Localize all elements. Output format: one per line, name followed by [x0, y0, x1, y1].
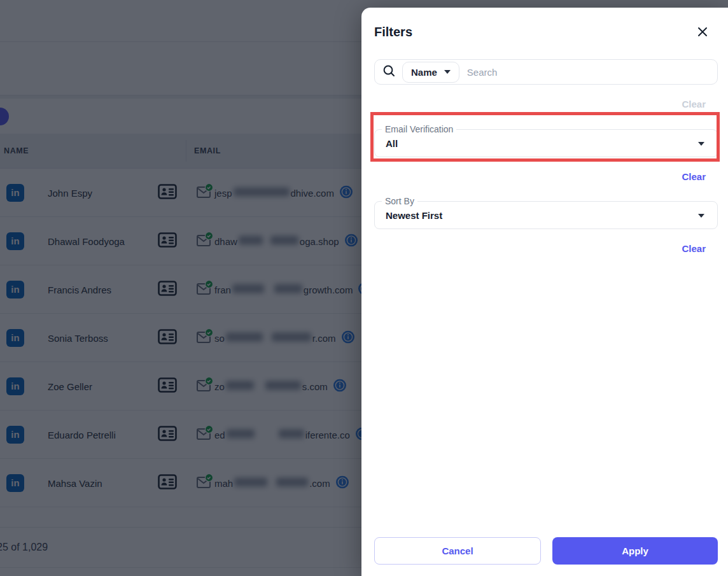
sort-by-section: Sort By Newest First	[374, 201, 718, 229]
chevron-down-icon	[698, 142, 704, 146]
chevron-down-icon	[444, 70, 451, 74]
search-input[interactable]	[467, 67, 711, 78]
search-bar: Name	[374, 59, 718, 85]
apply-button[interactable]: Apply	[552, 537, 718, 565]
cancel-button[interactable]: Cancel	[374, 537, 541, 565]
email-verification-section: Email Verification All	[374, 129, 718, 157]
sort-by-value: Newest First	[375, 202, 717, 221]
search-icon	[382, 64, 396, 80]
close-icon	[696, 31, 709, 40]
search-field-selector[interactable]: Name	[402, 62, 459, 83]
close-button[interactable]	[695, 24, 710, 39]
panel-title: Filters	[374, 25, 412, 39]
search-field-selector-value: Name	[411, 67, 437, 78]
sort-by-label: Sort By	[382, 196, 417, 206]
search-clear-row: Clear	[361, 99, 728, 109]
email-verification-label: Email Verification	[382, 124, 456, 134]
sort-by-clear-link[interactable]: Clear	[682, 243, 706, 254]
sort-by-select[interactable]: Sort By Newest First	[374, 201, 718, 229]
filters-panel: Filters Name Clear Email Verificatio	[361, 8, 728, 576]
email-verification-clear-row: Clear	[361, 172, 728, 182]
email-verification-select[interactable]: Email Verification All	[374, 129, 718, 157]
chevron-down-icon	[698, 214, 704, 218]
search-clear-link: Clear	[682, 99, 706, 109]
sort-by-clear-row: Clear	[361, 244, 728, 254]
email-verification-clear-link[interactable]: Clear	[682, 171, 706, 182]
